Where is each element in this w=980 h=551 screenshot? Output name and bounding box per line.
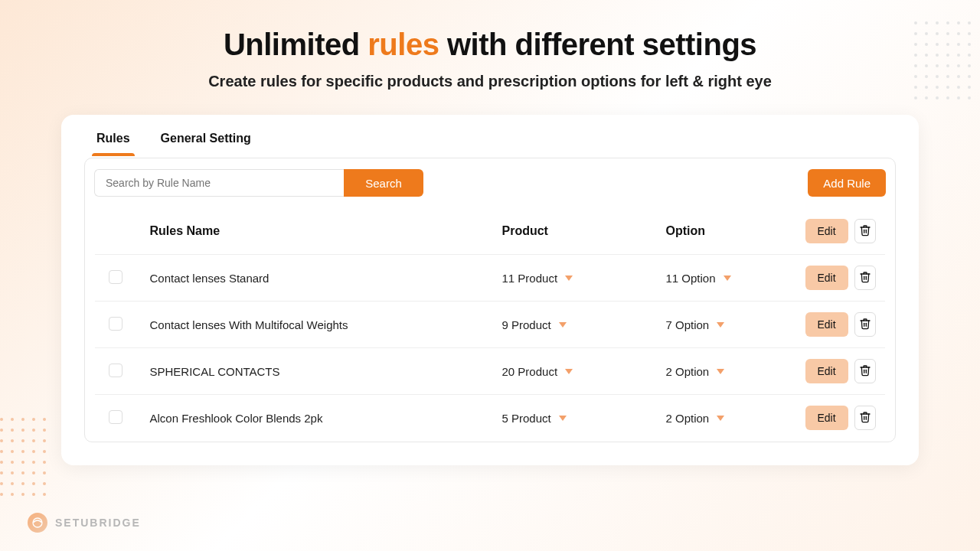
cell-product: 9 Product bbox=[495, 302, 658, 348]
tab-rules[interactable]: Rules bbox=[96, 126, 130, 155]
col-checkbox bbox=[95, 208, 142, 255]
cell-option: 7 Option bbox=[658, 302, 798, 348]
cell-rules-name: Contact lenses Stanard bbox=[142, 255, 495, 302]
option-value: 11 Option bbox=[666, 272, 716, 285]
delete-button[interactable] bbox=[854, 406, 876, 430]
cell-option: 2 Option bbox=[658, 348, 798, 395]
table-row: Alcon Freshlook Color Blends 2pk5 Produc… bbox=[95, 395, 886, 442]
search-input[interactable] bbox=[94, 169, 344, 197]
brand-name: SETUBRIDGE bbox=[55, 517, 141, 529]
decor-dots-bottom-left bbox=[0, 418, 49, 499]
row-checkbox[interactable] bbox=[109, 317, 122, 331]
edit-button[interactable]: Edit bbox=[805, 359, 848, 383]
brand-logo-icon bbox=[28, 513, 47, 533]
product-value: 9 Product bbox=[502, 318, 551, 331]
delete-button[interactable] bbox=[854, 312, 876, 337]
option-value: 2 Option bbox=[666, 365, 710, 378]
trash-icon bbox=[859, 318, 871, 332]
option-value: 7 Option bbox=[666, 318, 710, 331]
tabs: Rules General Setting bbox=[84, 126, 896, 158]
cell-product: 5 Product bbox=[495, 395, 658, 442]
edit-button[interactable]: Edit bbox=[805, 312, 848, 337]
search-button[interactable]: Search bbox=[344, 169, 423, 197]
rules-card: Rules General Setting Search Add Rule Ru… bbox=[61, 115, 919, 465]
chevron-down-icon[interactable] bbox=[724, 276, 731, 281]
delete-button[interactable] bbox=[854, 266, 876, 290]
table-row: Contact lenses Stanard11 Product11 Optio… bbox=[95, 255, 886, 302]
table-row: SPHERICAL CONTACTS20 Product2 OptionEdit bbox=[95, 348, 886, 395]
chevron-down-icon[interactable] bbox=[565, 369, 573, 374]
title-accent: rules bbox=[368, 28, 439, 61]
delete-button[interactable] bbox=[854, 219, 876, 243]
hero: Unlimited rules with different settings … bbox=[0, 0, 980, 90]
trash-icon bbox=[859, 411, 871, 425]
col-product: Product bbox=[495, 208, 658, 255]
cell-rules-name: Contact lenses With Multifocal Weights bbox=[142, 302, 495, 348]
decor-dots-top-right bbox=[914, 21, 974, 103]
option-value: 2 Option bbox=[666, 412, 710, 425]
product-value: 5 Product bbox=[502, 412, 551, 425]
table-row: Contact lenses With Multifocal Weights9 … bbox=[95, 302, 886, 348]
cell-product: 11 Product bbox=[495, 255, 658, 302]
trash-icon bbox=[859, 364, 871, 379]
chevron-down-icon[interactable] bbox=[559, 416, 567, 421]
row-checkbox[interactable] bbox=[109, 364, 122, 377]
row-checkbox[interactable] bbox=[109, 270, 122, 284]
table-header-row: Rules Name Product Option Edit bbox=[95, 208, 886, 255]
edit-button[interactable]: Edit bbox=[805, 266, 848, 290]
cell-rules-name: SPHERICAL CONTACTS bbox=[142, 348, 495, 395]
chevron-down-icon[interactable] bbox=[717, 322, 724, 328]
add-rule-button[interactable]: Add Rule bbox=[808, 169, 886, 197]
trash-icon bbox=[859, 224, 871, 239]
delete-button[interactable] bbox=[854, 359, 876, 383]
cell-option: 11 Option bbox=[658, 255, 798, 302]
rules-panel: Search Add Rule Rules Name Product Optio… bbox=[84, 158, 896, 442]
product-value: 11 Product bbox=[502, 272, 558, 285]
title-pre: Unlimited bbox=[224, 28, 368, 61]
product-value: 20 Product bbox=[502, 365, 558, 378]
chevron-down-icon[interactable] bbox=[559, 322, 567, 328]
edit-button[interactable]: Edit bbox=[805, 406, 848, 430]
col-actions: Edit bbox=[798, 208, 886, 255]
footer: SETUBRIDGE bbox=[28, 513, 141, 533]
search: Search bbox=[94, 169, 423, 197]
col-option: Option bbox=[658, 208, 798, 255]
rules-table: Rules Name Product Option Edit bbox=[94, 207, 886, 442]
title-post: with different settings bbox=[439, 28, 756, 61]
cell-product: 20 Product bbox=[495, 348, 658, 395]
toolbar: Search Add Rule bbox=[94, 169, 886, 197]
trash-icon bbox=[859, 271, 871, 285]
cell-rules-name: Alcon Freshlook Color Blends 2pk bbox=[142, 395, 495, 442]
svg-point-0 bbox=[33, 518, 42, 527]
chevron-down-icon[interactable] bbox=[717, 416, 724, 421]
cell-option: 2 Option bbox=[658, 395, 798, 442]
tab-general-setting[interactable]: General Setting bbox=[161, 126, 251, 155]
chevron-down-icon[interactable] bbox=[565, 276, 573, 281]
chevron-down-icon[interactable] bbox=[717, 369, 724, 374]
row-checkbox[interactable] bbox=[109, 410, 122, 424]
page-title: Unlimited rules with different settings bbox=[0, 28, 980, 62]
edit-button[interactable]: Edit bbox=[805, 219, 848, 243]
col-rules-name: Rules Name bbox=[142, 208, 495, 255]
page-subtitle: Create rules for specific products and p… bbox=[0, 73, 980, 90]
